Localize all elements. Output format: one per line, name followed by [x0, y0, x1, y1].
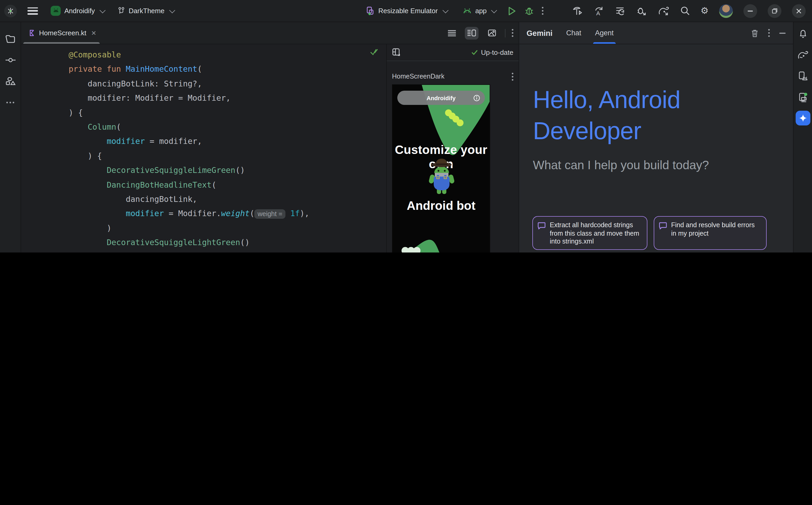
- minimize-button[interactable]: [743, 4, 757, 18]
- preview-layout-icon[interactable]: [392, 48, 401, 57]
- settings-gear-icon[interactable]: ⚙: [701, 6, 709, 15]
- android-studio-window: Androidify DarkTheme Resizable Emulator: [0, 0, 812, 252]
- device-name: Resizable Emulator: [378, 7, 438, 15]
- gemini-hero-title: Hello, Android Developer: [533, 85, 760, 147]
- chevron-down-icon: [169, 7, 175, 13]
- editor-zone: HomeScreen.kt ✕: [21, 22, 518, 252]
- preview-canvas-homescreendark[interactable]: Androidify Customize your own: [392, 85, 490, 252]
- code-line[interactable]: Column(: [69, 120, 350, 135]
- project-icon: [51, 6, 61, 16]
- code-line[interactable]: DecorativeSquiggleLimeGreen(): [69, 163, 350, 178]
- more-run-options-icon[interactable]: [542, 7, 544, 15]
- project-selector[interactable]: Androidify: [46, 4, 108, 18]
- gemini-tool-icon[interactable]: [792, 108, 812, 129]
- chat-bubble-icon: [538, 222, 546, 229]
- tab-homescreen-kt[interactable]: HomeScreen.kt ✕: [21, 22, 102, 44]
- android-studio-logo-icon: [4, 4, 17, 17]
- preview-name-dark[interactable]: HomeScreenDark: [392, 73, 445, 80]
- code-line[interactable]: ) {: [69, 106, 350, 120]
- editor-tab-bar: HomeScreen.kt ✕: [21, 22, 518, 44]
- code-line[interactable]: ) {: [69, 149, 350, 163]
- code-line[interactable]: modifier = modifier,: [69, 135, 350, 149]
- inspections-ok-icon[interactable]: [370, 48, 378, 55]
- preview-toolbar: Up-to-date: [387, 44, 518, 61]
- resource-manager-tool-icon[interactable]: [0, 70, 21, 92]
- running-devices-icon[interactable]: [792, 87, 812, 108]
- gemini-options-icon[interactable]: [768, 29, 770, 37]
- close-window-button[interactable]: [792, 4, 806, 18]
- code-line[interactable]: ): [69, 221, 350, 235]
- code-line[interactable]: DancingBotHeadlineText(: [69, 178, 350, 192]
- gemini-hero-subtitle: What can I help you build today?: [533, 158, 709, 172]
- project-tool-icon[interactable]: [0, 28, 21, 49]
- lime-squiggle-decoration: [444, 109, 464, 127]
- compose-preview-pane: Up-to-date HomeScreenDark Androidify: [386, 44, 518, 252]
- code-line[interactable]: dancingBotLink: String?,: [69, 77, 350, 92]
- chevron-down-icon: [442, 7, 449, 13]
- kotlin-file-icon: [28, 29, 35, 36]
- chevron-down-icon: [100, 7, 106, 13]
- run-config-name: app: [475, 7, 486, 15]
- more-tool-windows-icon[interactable]: [0, 92, 21, 113]
- preview-headline: Customize your own: [392, 143, 490, 171]
- android-head-icon: [462, 8, 471, 14]
- info-icon: [473, 95, 480, 101]
- debug-button[interactable]: [524, 6, 535, 16]
- preview-sync-status[interactable]: Up-to-date: [471, 48, 513, 56]
- check-icon: [471, 49, 478, 55]
- preview-options-icon[interactable]: [512, 72, 513, 80]
- gemini-header: Gemini Chat Agent: [519, 22, 793, 44]
- code-view-button[interactable]: [445, 27, 459, 39]
- project-name: Androidify: [65, 7, 95, 15]
- build-hammer-icon[interactable]: [572, 6, 583, 16]
- search-icon[interactable]: [680, 6, 690, 16]
- code-line[interactable]: }: [69, 250, 350, 252]
- code-line[interactable]: DecorativeSquiggleLightGreen(): [69, 235, 350, 250]
- left-tool-strip: [0, 22, 21, 252]
- chevron-down-icon: [491, 7, 497, 13]
- tab-chat[interactable]: Chat: [566, 22, 581, 44]
- code-line[interactable]: modifier: Modifier = Modifier,: [69, 91, 350, 106]
- close-tab-icon[interactable]: ✕: [91, 29, 96, 37]
- branch-selector[interactable]: DarkTheme: [113, 5, 178, 17]
- suggestion-card-extract-strings[interactable]: Extract all hardcoded strings from this …: [533, 216, 648, 250]
- gradle-tool-icon[interactable]: [792, 44, 812, 65]
- notifications-bell-icon[interactable]: [792, 23, 812, 44]
- split-view-button[interactable]: [465, 27, 479, 39]
- git-branch-icon: [118, 7, 125, 15]
- branch-name: DarkTheme: [129, 7, 164, 15]
- delete-conversation-icon[interactable]: [751, 29, 759, 37]
- mint-dots-decoration: [401, 246, 422, 252]
- preview-headline-2: Android bot: [392, 199, 490, 213]
- device-selector[interactable]: Resizable Emulator: [362, 4, 451, 17]
- apply-changes-icon[interactable]: A: [594, 6, 604, 16]
- gemini-panel: Gemini Chat Agent Hello, Android Develop…: [518, 22, 793, 252]
- code-line[interactable]: private fun MainHomeContent(: [69, 62, 350, 77]
- suggestion-card-build-errors[interactable]: Find and resolve build errors in my proj…: [654, 216, 767, 250]
- editor-options-icon[interactable]: [512, 29, 513, 37]
- run-config-selector[interactable]: app: [458, 5, 500, 17]
- code-line[interactable]: modifier = Modifier.weight(weight = 1f),: [69, 207, 350, 221]
- user-avatar[interactable]: [719, 4, 733, 18]
- code-line[interactable]: @Composable: [69, 48, 350, 62]
- title-bar: Androidify DarkTheme Resizable Emulator: [0, 0, 812, 22]
- device-manager-icon[interactable]: [792, 65, 812, 87]
- android-bot-image: [425, 158, 458, 197]
- right-tool-strip: [793, 22, 812, 252]
- run-button[interactable]: [507, 6, 517, 16]
- resizable-device-icon: [366, 6, 375, 15]
- main-menu-icon[interactable]: [27, 7, 38, 14]
- code-editor[interactable]: @Composableprivate fun MainHomeContent( …: [21, 44, 386, 252]
- attach-debugger-icon[interactable]: [636, 6, 647, 16]
- code-line[interactable]: dancingBotLink,: [69, 192, 350, 207]
- svg-text:A: A: [596, 10, 600, 16]
- preview-app-bar: Androidify: [397, 91, 485, 105]
- apply-code-changes-icon[interactable]: [615, 6, 625, 16]
- commit-tool-icon[interactable]: [0, 49, 21, 70]
- gradle-sync-icon[interactable]: [658, 6, 670, 16]
- tab-agent[interactable]: Agent: [595, 22, 614, 44]
- maximize-button[interactable]: [768, 4, 781, 18]
- design-view-button[interactable]: [485, 27, 498, 39]
- tab-label: HomeScreen.kt: [39, 29, 86, 37]
- hide-panel-icon[interactable]: [779, 32, 786, 33]
